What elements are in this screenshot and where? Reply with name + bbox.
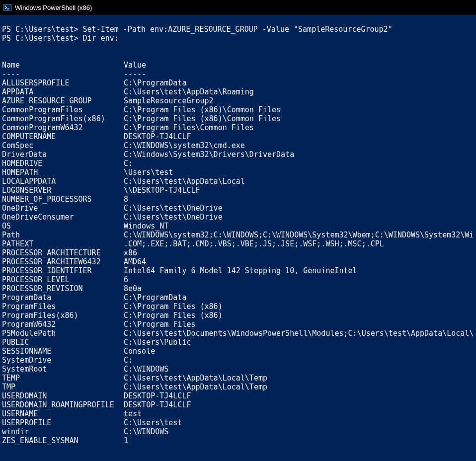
- table-header-row: NameValue: [2, 61, 474, 70]
- env-name: DriverData: [2, 150, 124, 159]
- env-name: OS: [2, 222, 124, 230]
- env-name: USERDOMAIN_ROAMINGPROFILE: [2, 400, 124, 409]
- table-row: USERDOMAIN_ROAMINGPROFILEDESKTOP-TJ4LCLF: [2, 400, 474, 409]
- env-name: OneDriveConsumer: [2, 213, 124, 222]
- env-value: C:\Program Files (x86): [124, 311, 474, 320]
- table-row: TEMPC:\Users\test\AppData\Local\Temp: [2, 374, 474, 383]
- env-name: SystemDrive: [2, 356, 124, 365]
- env-value: C:\Users\Public: [124, 338, 474, 347]
- env-name: PROCESSOR_REVISION: [2, 284, 124, 293]
- table-row: OneDriveC:\Users\test\OneDrive: [2, 204, 474, 213]
- table-row: OSWindows_NT: [2, 222, 474, 230]
- table-row: PSModulePathC:\Users\test\Documents\Wind…: [2, 329, 474, 338]
- table-row: PROCESSOR_REVISION8e0a: [2, 284, 474, 293]
- table-row: USERPROFILEC:\Users\test: [2, 418, 474, 427]
- table-row: PROCESSOR_ARCHITEW6432AMD64: [2, 257, 474, 266]
- table-row: CommonProgramFilesC:\Program Files (x86)…: [2, 105, 474, 114]
- table-row: PROCESSOR_IDENTIFIERIntel64 Family 6 Mod…: [2, 266, 474, 275]
- table-row: LOGONSERVER\\DESKTOP-TJ4LCLF: [2, 186, 474, 195]
- table-row: windirC:\WINDOWS: [2, 427, 474, 436]
- env-value: \\DESKTOP-TJ4LCLF: [124, 186, 474, 195]
- env-value: Intel64 Family 6 Model 142 Stepping 10, …: [124, 266, 474, 275]
- env-name: AZURE_RESOURCE_GROUP: [2, 96, 124, 105]
- env-value: C:\Users\test: [124, 418, 474, 427]
- cmd-set-item: Set-Item -Path env:AZURE_RESOURCE_GROUP …: [83, 25, 393, 34]
- env-name: CommonProgramFiles: [2, 105, 124, 114]
- table-row: ComSpecC:\WINDOWS\system32\cmd.exe: [2, 141, 474, 150]
- table-row: ProgramFilesC:\Program Files (x86): [2, 302, 474, 311]
- env-name: ProgramFiles: [2, 302, 124, 311]
- env-name: ProgramW6432: [2, 320, 124, 329]
- window-title: Windows PowerShell (x86): [15, 4, 92, 11]
- env-name: SESSIONNAME: [2, 347, 124, 356]
- env-value: C:\WINDOWS\system32;C:\WINDOWS;C:\WINDOW…: [124, 230, 474, 239]
- env-value: C:\Program Files (x86)\Common Files: [124, 114, 474, 123]
- prompt-ps: PS C:\Users\test>: [2, 25, 79, 34]
- table-header-underline: ---------: [2, 70, 474, 78]
- env-name: USERNAME: [2, 409, 124, 418]
- env-value: test: [124, 409, 474, 418]
- table-row: PROCESSOR_LEVEL6: [2, 275, 474, 284]
- table-row: ProgramFiles(x86)C:\Program Files (x86): [2, 311, 474, 320]
- table-row: ZES_ENABLE_SYSMAN1: [2, 436, 474, 445]
- env-name: CommonProgramW6432: [2, 123, 124, 132]
- env-name: TMP: [2, 383, 124, 391]
- env-name: PSModulePath: [2, 329, 124, 338]
- env-value: C:\Users\test\AppData\Local\Temp: [124, 383, 474, 391]
- table-row: NUMBER_OF_PROCESSORS8: [2, 195, 474, 204]
- table-row: CommonProgramW6432C:\Program Files\Commo…: [2, 123, 474, 132]
- table-row: DriverDataC:\Windows\System32\Drivers\Dr…: [2, 150, 474, 159]
- prompt-ps: PS C:\Users\test>: [2, 34, 79, 43]
- table-row: ALLUSERSPROFILEC:\ProgramData: [2, 78, 474, 87]
- env-name: COMPUTERNAME: [2, 132, 124, 141]
- env-value: 6: [124, 275, 474, 284]
- env-value: 8: [124, 195, 474, 204]
- table-row: PathC:\WINDOWS\system32;C:\WINDOWS;C:\WI…: [2, 230, 474, 239]
- table-row: PATHEXT.COM;.EXE;.BAT;.CMD;.VBS;.VBE;.JS…: [2, 239, 474, 248]
- table-row: HOMEDRIVEC:: [2, 159, 474, 168]
- env-name: ZES_ENABLE_SYSMAN: [2, 436, 124, 445]
- table-row: CommonProgramFiles(x86)C:\Program Files …: [2, 114, 474, 123]
- env-value: C:: [124, 159, 474, 168]
- env-value: 1: [124, 436, 474, 445]
- col-header-name: Name: [2, 61, 124, 70]
- env-value: C:\Users\test\OneDrive: [124, 213, 474, 222]
- env-name: LOGONSERVER: [2, 186, 124, 195]
- env-value: C:\Program Files (x86)\Common Files: [124, 105, 474, 114]
- table-row: SystemDriveC:: [2, 356, 474, 365]
- table-row: LOCALAPPDATAC:\Users\test\AppData\Local: [2, 177, 474, 186]
- env-value: .COM;.EXE;.BAT;.CMD;.VBS;.VBE;.JS;.JSE;.…: [124, 239, 474, 248]
- table-row: SystemRootC:\WINDOWS: [2, 365, 474, 374]
- env-value: C:\WINDOWS\system32\cmd.exe: [124, 141, 474, 150]
- cmd-dir-env: Dir env:: [83, 34, 119, 43]
- titlebar[interactable]: Windows PowerShell (x86): [0, 0, 476, 15]
- env-value: Console: [124, 347, 474, 356]
- env-name: LOCALAPPDATA: [2, 177, 124, 186]
- table-row: PROCESSOR_ARCHITECTUREx86: [2, 248, 474, 257]
- terminal-output[interactable]: PS C:\Users\test> Set-Item -Path env:AZU…: [0, 15, 476, 461]
- table-row: ProgramW6432C:\Program Files: [2, 320, 474, 329]
- env-name: ProgramData: [2, 293, 124, 302]
- env-name: PROCESSOR_LEVEL: [2, 275, 124, 284]
- table-row: HOMEPATH\Users\test: [2, 168, 474, 177]
- env-name: PATHEXT: [2, 239, 124, 248]
- table-row: AZURE_RESOURCE_GROUPSampleResourceGroup2: [2, 96, 474, 105]
- env-name: OneDrive: [2, 204, 124, 213]
- env-value: AMD64: [124, 257, 474, 266]
- env-value: C:\ProgramData: [124, 293, 474, 302]
- env-name: NUMBER_OF_PROCESSORS: [2, 195, 124, 204]
- env-name: ComSpec: [2, 141, 124, 150]
- env-value: C:\Users\test\AppData\Local: [124, 177, 474, 186]
- svg-rect-0: [3, 4, 11, 10]
- col-header-value: Value: [124, 61, 474, 70]
- table-row: ProgramDataC:\ProgramData: [2, 293, 474, 302]
- table-row: TMPC:\Users\test\AppData\Local\Temp: [2, 383, 474, 391]
- env-value: C:\Program Files: [124, 320, 474, 329]
- table-row: COMPUTERNAMEDESKTOP-TJ4LCLF: [2, 132, 474, 141]
- table-row: USERNAMEtest: [2, 409, 474, 418]
- env-value: C:\Users\test\AppData\Local\Temp: [124, 374, 474, 383]
- env-value: DESKTOP-TJ4LCLF: [124, 400, 474, 409]
- env-value: 8e0a: [124, 284, 474, 293]
- env-value: C:\ProgramData: [124, 78, 474, 87]
- env-name: USERPROFILE: [2, 418, 124, 427]
